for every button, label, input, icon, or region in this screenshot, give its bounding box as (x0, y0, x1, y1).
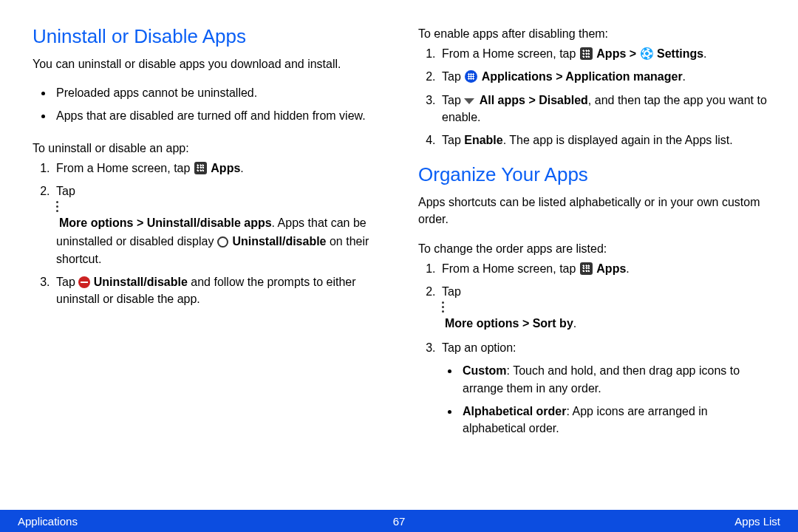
uninstall-disable-label: Uninstall/disable (232, 235, 326, 248)
apps-label: Apps (596, 262, 626, 275)
more-sortby-label: More options > Sort by (445, 317, 573, 330)
uninstall-intro: You can uninstall or disable apps you do… (33, 55, 386, 72)
footer-right: Apps List (734, 515, 780, 528)
enable-step-2: Tap Applications > Application manager. (439, 68, 771, 85)
page-footer: Applications 67 Apps List (0, 510, 798, 532)
apps-manager-label: Applications > Application manager (482, 70, 683, 83)
page-content: Uninstall or Disable Apps You can uninst… (0, 0, 798, 476)
minus-circle-icon (78, 276, 90, 288)
enable-label: Enable (464, 134, 502, 146)
heading-organize: Organize Your Apps (418, 163, 771, 186)
option-alphabetical: Alphabetical order: App icons are arrang… (460, 403, 771, 437)
enable-step-1: From a Home screen, tap Apps > Settings. (439, 45, 771, 62)
apps-label: Apps > (596, 47, 639, 60)
bullet-disabled: Apps that are disabled are turned off an… (53, 107, 386, 124)
uninstall-step-2: Tap More options > Uninstall/disable app… (53, 183, 386, 267)
organize-step-1: From a Home screen, tap Apps. (439, 260, 771, 277)
option-custom: Custom: Touch and hold, and then drag ap… (460, 362, 771, 396)
organize-how: To change the order apps are listed: (418, 240, 771, 257)
uninstall-step-3: Tap Uninstall/disable and follow the pro… (53, 273, 386, 307)
apps-grid-icon (194, 162, 207, 174)
left-column: Uninstall or Disable Apps You can uninst… (33, 25, 402, 476)
applications-icon (465, 70, 477, 83)
uninstall-disable-label-2: Uninstall/disable (94, 276, 188, 288)
enable-step-3: Tap All apps > Disabled, and then tap th… (439, 92, 771, 126)
settings-gear-icon (641, 47, 653, 60)
apps-grid-icon (580, 47, 593, 60)
organize-step-3: Tap an option: Custom: Touch and hold, a… (439, 339, 771, 437)
footer-page-number: 67 (393, 515, 406, 528)
uninstall-step-1: From a Home screen, tap Apps. (53, 160, 386, 177)
right-column: To enable apps after disabling them: Fro… (402, 25, 771, 476)
dropdown-icon (464, 98, 474, 104)
enable-step-4: Tap Enable. The app is displayed again i… (439, 132, 771, 149)
enable-intro: To enable apps after disabling them: (418, 25, 771, 42)
organize-step-2: Tap More options > Sort by. (439, 283, 771, 333)
bullet-preloaded: Preloaded apps cannot be uninstalled. (53, 84, 386, 101)
more-options-icon (56, 201, 386, 212)
heading-uninstall: Uninstall or Disable Apps (33, 25, 386, 48)
circle-outline-icon (217, 236, 228, 248)
footer-left: Applications (18, 515, 78, 528)
apps-grid-icon (580, 262, 593, 275)
allapps-disabled-label: All apps > Disabled (480, 94, 588, 106)
how-intro: To uninstall or disable an app: (33, 140, 386, 157)
organize-intro: Apps shortcuts can be listed alphabetica… (418, 194, 771, 228)
apps-label: Apps (211, 162, 240, 174)
more-uninstall-label: More options > Uninstall/disable apps (59, 216, 272, 229)
settings-label: Settings (657, 47, 703, 60)
more-options-icon (442, 301, 771, 313)
